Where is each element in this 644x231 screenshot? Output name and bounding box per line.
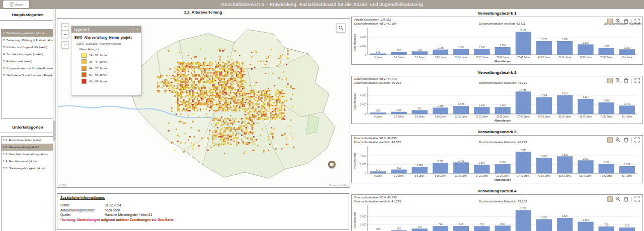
map-sync-toggle-icon[interactable] [607, 196, 613, 202]
bar-61-70 Jahre[interactable] [578, 161, 594, 173]
sidebar-item-sub-category[interactable]: 1.5. Staatsangehörigkeit (aktiv) [2, 165, 53, 172]
home-extent-button[interactable]: ⌂ [61, 41, 69, 49]
chart-panel[interactable]: Durchschnittsalter VB 4: 40,239Durchschn… [351, 194, 643, 231]
legend-panel[interactable]: Legende 6 ^ × EWO_Alterverteilung_Hanau_… [71, 26, 141, 95]
bar-81+ Jahre[interactable] [619, 106, 635, 114]
chart-delete-icon[interactable] [623, 19, 629, 24]
bar-51-60 Jahre[interactable] [557, 95, 573, 114]
chart-expand-icon[interactable] [634, 19, 640, 24]
chart-zoom-icon[interactable] [615, 78, 621, 83]
bar-11-16 Jahre[interactable] [453, 226, 469, 231]
bar-6-10 Jahre[interactable] [433, 50, 448, 55]
bar-17-21 Jahre[interactable] [474, 49, 490, 55]
sidebar-item-main-category[interactable]: 2. Betreuung, Bildung & Freizeit (aktiv) [2, 37, 53, 44]
bar-6-10 Jahre[interactable] [433, 108, 448, 114]
map-panel[interactable]: + − ⌂ Legende 6 ^ × EWO_Alterverteilung_… [57, 18, 350, 188]
bar-17-21 Jahre[interactable] [474, 226, 490, 231]
bar-17-21 Jahre[interactable] [474, 107, 490, 114]
sidebar-item-sub-category[interactable]: 1.2. Altersverteilung (aktiv) [2, 144, 53, 151]
chart-zoom-icon[interactable] [615, 137, 621, 143]
bar-71-80 Jahre[interactable] [599, 48, 614, 55]
chart-delete-icon[interactable] [623, 137, 629, 143]
map-sync-toggle-icon[interactable] [607, 19, 613, 24]
bar-61-70 Jahre[interactable] [578, 45, 594, 55]
chart-zoom-icon[interactable] [615, 196, 621, 202]
bar-27-40 Jahre[interactable] [516, 92, 531, 114]
bar-11-16 Jahre[interactable] [453, 163, 469, 173]
sidebar-item-main-category[interactable]: 1. Bevölkerungsstruktur (aktiv) [2, 30, 53, 37]
legend-collapse-icon[interactable]: ^ [132, 26, 134, 33]
bar-81+ Jahre[interactable] [619, 227, 635, 231]
bar-51-60 Jahre[interactable] [557, 157, 573, 173]
chart-zoom-icon[interactable] [615, 19, 621, 24]
bar-3-5 Jahre[interactable] [412, 229, 428, 231]
map-sync-toggle-icon[interactable] [607, 78, 613, 83]
bar-chart[interactable]: 02.0004.0003000 Jahre4401-2 Jahre7813-5 … [353, 85, 640, 123]
sidebar-item-sub-category[interactable]: 1.1. Einwohnerzahlen (aktiv) [2, 137, 53, 144]
bar-61-70 Jahre[interactable] [578, 222, 594, 231]
bar-27-40 Jahre[interactable] [516, 152, 531, 173]
bar-71-80 Jahre[interactable] [599, 226, 614, 231]
bar-51-60 Jahre[interactable] [557, 218, 573, 231]
bar-22-26 Jahre[interactable] [495, 164, 511, 173]
bar-27-40 Jahre[interactable] [516, 210, 531, 231]
sidebar-item-sub-category[interactable]: 1.3. Geschlechtsverteilung (aktiv) [2, 151, 53, 158]
sidebar-item-sub-category[interactable]: 1.4. Familienstand (aktiv) [2, 158, 53, 165]
sidebar-item-main-category[interactable]: 5. Arbeitsmarkt (aktiv) [2, 58, 53, 65]
bar-22-26 Jahre[interactable] [495, 107, 511, 114]
sidebar-item-main-category[interactable]: 4. Soziale Leistungen (inaktiv) [2, 51, 53, 58]
bar-71-80 Jahre[interactable] [599, 102, 614, 114]
bar-41-50 Jahre[interactable] [536, 97, 552, 114]
bar-3-5 Jahre[interactable] [412, 167, 428, 173]
bar-27-40 Jahre[interactable] [516, 32, 531, 55]
legend-resize-handle[interactable] [137, 91, 140, 94]
sidebar-item-main-category[interactable]: 6. Kooperationen mit Soziale Akteuren (i… [2, 65, 53, 72]
bar-11-16 Jahre[interactable] [453, 106, 469, 114]
bar-0 Jahre[interactable] [370, 54, 386, 55]
bar-22-26 Jahre[interactable] [495, 47, 511, 55]
bar-81+ Jahre[interactable] [619, 50, 635, 55]
bar-41-50 Jahre[interactable] [536, 219, 552, 231]
chart-expand-icon[interactable] [634, 137, 640, 143]
bar-41-50 Jahre[interactable] [536, 158, 552, 173]
bar-71-80 Jahre[interactable] [599, 164, 614, 173]
legend-header[interactable]: Legende 6 ^ × [71, 26, 141, 33]
bar-61-70 Jahre[interactable] [578, 99, 594, 114]
bar-1-2 Jahre[interactable] [391, 112, 407, 114]
legend-close-icon[interactable]: × [136, 26, 138, 33]
chart-expand-icon[interactable] [634, 196, 640, 202]
bar-1-2 Jahre[interactable] [391, 52, 407, 55]
bar-41-50 Jahre[interactable] [536, 41, 552, 55]
map-sync-toggle-icon[interactable] [607, 137, 613, 143]
bar-chart[interactable]: 02.0004.0002410 Jahre5801-2 Jahre7183-5 … [353, 26, 640, 64]
chart-delete-icon[interactable] [623, 196, 629, 202]
chart-panel[interactable]: Durchschnittsalter VB 3: 43,095Durchschn… [351, 135, 643, 183]
bar-3-5 Jahre[interactable] [412, 52, 428, 55]
bar-chart[interactable]: 01.0002.0001800 Jahre2601-2 Jahre4703-5 … [353, 203, 640, 231]
bar-81+ Jahre[interactable] [619, 166, 635, 173]
chart-panel[interactable]: Anzahl Einwohner: 104.312Durchschnittsal… [351, 17, 643, 65]
map-layers-button[interactable] [328, 161, 336, 168]
bar-22-26 Jahre[interactable] [495, 226, 511, 231]
bar-chart[interactable]: 02.0004.0003700 Jahre8111-2 Jahre1.4553-… [353, 144, 640, 182]
svg-text:370: 370 [376, 169, 380, 171]
sidebar-item-main-category[interactable]: 3. Kinder- und Jugendhilfe (aktiv) [2, 44, 53, 51]
zoom-in-button[interactable]: + [61, 23, 69, 31]
bar-6-10 Jahre[interactable] [433, 163, 448, 173]
chart-delete-icon[interactable] [623, 78, 629, 83]
bar-0 Jahre[interactable] [370, 112, 386, 114]
bar-3-5 Jahre[interactable] [412, 110, 428, 114]
bar-11-16 Jahre[interactable] [453, 49, 469, 55]
zoom-out-button[interactable]: − [61, 31, 69, 38]
bar-6-10 Jahre[interactable] [433, 226, 448, 231]
bar-0 Jahre[interactable] [370, 172, 386, 173]
chart-expand-icon[interactable] [634, 78, 640, 83]
sidebar-scrollbar-thumb[interactable] [53, 121, 55, 141]
bar-51-60 Jahre[interactable] [557, 41, 573, 55]
bar-17-21 Jahre[interactable] [474, 165, 490, 173]
bar-1-2 Jahre[interactable] [391, 170, 407, 173]
sidebar-scrollbar-track[interactable] [53, 9, 55, 231]
map-search-button[interactable] [336, 23, 346, 33]
sidebar-item-main-category[interactable]: 7. Geförderte Bund-/ Landes - Projekte (… [2, 72, 53, 79]
chart-panel[interactable]: Durchschnittsalter VB 2: 44,743Durchschn… [351, 76, 643, 124]
